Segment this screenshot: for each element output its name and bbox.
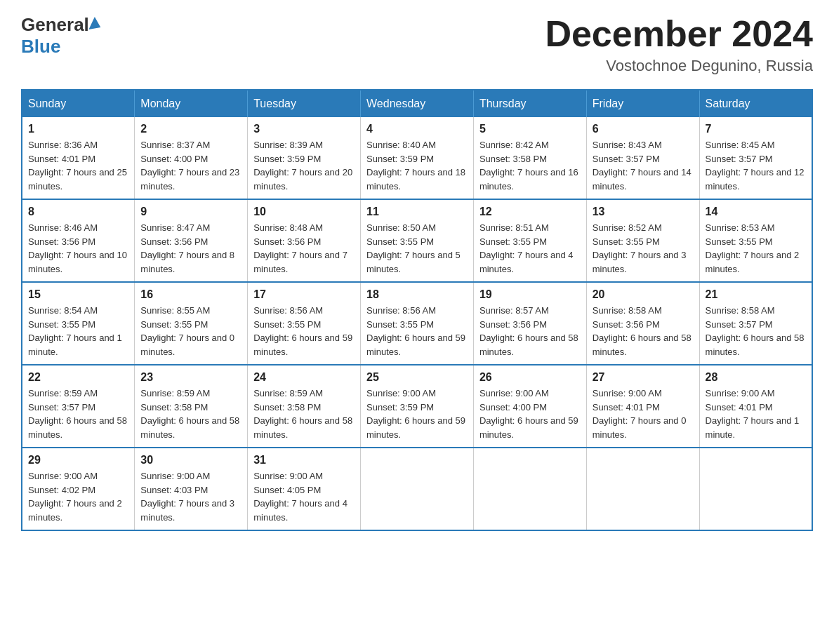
calendar-week-row: 15Sunrise: 8:54 AMSunset: 3:55 PMDayligh… [22,282,812,365]
calendar-cell: 1Sunrise: 8:36 AMSunset: 4:01 PMDaylight… [22,117,135,199]
calendar-cell: 29Sunrise: 9:00 AMSunset: 4:02 PMDayligh… [22,448,135,530]
calendar-cell: 31Sunrise: 9:00 AMSunset: 4:05 PMDayligh… [248,448,361,530]
day-number: 29 [28,454,128,467]
day-info: Sunrise: 8:47 AMSunset: 3:56 PMDaylight:… [140,221,241,276]
calendar-header-sunday: Sunday [22,90,135,117]
day-info: Sunrise: 9:00 AMSunset: 4:01 PMDaylight:… [593,387,694,441]
calendar-cell: 14Sunrise: 8:53 AMSunset: 3:55 PMDayligh… [699,199,812,282]
calendar-cell [361,448,474,530]
day-number: 3 [253,123,355,135]
day-number: 13 [593,206,694,218]
calendar-cell: 28Sunrise: 9:00 AMSunset: 4:01 PMDayligh… [699,365,812,448]
day-info: Sunrise: 9:00 AMSunset: 4:05 PMDaylight:… [253,469,355,524]
day-info: Sunrise: 8:46 AMSunset: 3:56 PMDaylight:… [28,221,128,276]
day-info: Sunrise: 8:42 AMSunset: 3:58 PMDaylight:… [479,138,581,193]
day-info: Sunrise: 8:39 AMSunset: 3:59 PMDaylight:… [253,138,355,193]
page-header: General Blue December 2024 Vostochnoe De… [21,14,813,75]
calendar-header-friday: Friday [586,90,699,117]
day-number: 24 [253,371,355,384]
day-info: Sunrise: 8:37 AMSunset: 4:00 PMDaylight:… [140,138,241,193]
logo-general: General [21,14,101,36]
day-number: 20 [593,288,694,301]
calendar-cell: 12Sunrise: 8:51 AMSunset: 3:55 PMDayligh… [473,199,586,282]
day-info: Sunrise: 8:51 AMSunset: 3:55 PMDaylight:… [479,221,581,276]
calendar-cell: 18Sunrise: 8:56 AMSunset: 3:55 PMDayligh… [361,282,474,365]
calendar-cell: 25Sunrise: 9:00 AMSunset: 3:59 PMDayligh… [361,365,474,448]
calendar-cell: 16Sunrise: 8:55 AMSunset: 3:55 PMDayligh… [135,282,248,365]
day-info: Sunrise: 9:00 AMSunset: 4:03 PMDaylight:… [140,469,241,524]
calendar-cell: 19Sunrise: 8:57 AMSunset: 3:56 PMDayligh… [473,282,586,365]
day-number: 21 [706,288,806,301]
day-info: Sunrise: 8:54 AMSunset: 3:55 PMDaylight:… [28,304,128,358]
calendar-header-wednesday: Wednesday [361,90,474,117]
calendar-header-tuesday: Tuesday [248,90,361,117]
day-number: 10 [253,206,355,218]
calendar-cell: 7Sunrise: 8:45 AMSunset: 3:57 PMDaylight… [699,117,812,199]
day-info: Sunrise: 8:56 AMSunset: 3:55 PMDaylight:… [366,304,468,358]
day-number: 4 [366,123,468,135]
calendar-cell: 8Sunrise: 8:46 AMSunset: 3:56 PMDaylight… [22,199,135,282]
day-number: 17 [253,288,355,301]
day-number: 19 [479,288,581,301]
title-section: December 2024 Vostochnoe Degunino, Russi… [545,14,813,75]
calendar-cell: 24Sunrise: 8:59 AMSunset: 3:58 PMDayligh… [248,365,361,448]
day-info: Sunrise: 8:52 AMSunset: 3:55 PMDaylight:… [593,221,694,276]
day-info: Sunrise: 9:00 AMSunset: 4:01 PMDaylight:… [706,387,806,441]
day-number: 12 [479,206,581,218]
day-info: Sunrise: 8:53 AMSunset: 3:55 PMDaylight:… [706,221,806,276]
day-info: Sunrise: 8:59 AMSunset: 3:58 PMDaylight:… [140,387,241,441]
day-number: 16 [140,288,241,301]
calendar-header-monday: Monday [135,90,248,117]
calendar-header-row: SundayMondayTuesdayWednesdayThursdayFrid… [22,90,812,117]
calendar-cell: 15Sunrise: 8:54 AMSunset: 3:55 PMDayligh… [22,282,135,365]
day-number: 2 [140,123,241,135]
calendar-cell: 30Sunrise: 9:00 AMSunset: 4:03 PMDayligh… [135,448,248,530]
day-number: 11 [366,206,468,218]
calendar-cell: 22Sunrise: 8:59 AMSunset: 3:57 PMDayligh… [22,365,135,448]
month-title: December 2024 [545,14,813,54]
calendar-cell: 3Sunrise: 8:39 AMSunset: 3:59 PMDaylight… [248,117,361,199]
calendar-cell: 13Sunrise: 8:52 AMSunset: 3:55 PMDayligh… [586,199,699,282]
day-info: Sunrise: 9:00 AMSunset: 4:02 PMDaylight:… [28,469,128,524]
calendar-week-row: 8Sunrise: 8:46 AMSunset: 3:56 PMDaylight… [22,199,812,282]
day-info: Sunrise: 8:36 AMSunset: 4:01 PMDaylight:… [28,138,128,193]
logo-arrow-icon [88,16,103,33]
day-number: 30 [140,454,241,467]
day-number: 6 [593,123,694,135]
day-info: Sunrise: 8:48 AMSunset: 3:56 PMDaylight:… [253,221,355,276]
day-number: 1 [28,123,128,135]
day-info: Sunrise: 8:55 AMSunset: 3:55 PMDaylight:… [140,304,241,358]
calendar-cell: 4Sunrise: 8:40 AMSunset: 3:59 PMDaylight… [361,117,474,199]
day-info: Sunrise: 8:50 AMSunset: 3:55 PMDaylight:… [366,221,468,276]
day-info: Sunrise: 8:58 AMSunset: 3:57 PMDaylight:… [706,304,806,358]
calendar-cell: 6Sunrise: 8:43 AMSunset: 3:57 PMDaylight… [586,117,699,199]
calendar-cell: 23Sunrise: 8:59 AMSunset: 3:58 PMDayligh… [135,365,248,448]
calendar-cell: 10Sunrise: 8:48 AMSunset: 3:56 PMDayligh… [248,199,361,282]
logo-blue: Blue [21,36,101,58]
day-info: Sunrise: 8:57 AMSunset: 3:56 PMDaylight:… [479,304,581,358]
calendar-cell: 26Sunrise: 9:00 AMSunset: 4:00 PMDayligh… [473,365,586,448]
day-number: 14 [706,206,806,218]
day-number: 15 [28,288,128,301]
location: Vostochnoe Degunino, Russia [545,57,813,75]
calendar-cell: 5Sunrise: 8:42 AMSunset: 3:58 PMDaylight… [473,117,586,199]
calendar-header-saturday: Saturday [699,90,812,117]
day-info: Sunrise: 9:00 AMSunset: 4:00 PMDaylight:… [479,387,581,441]
logo: General Blue [21,14,101,58]
day-info: Sunrise: 8:59 AMSunset: 3:57 PMDaylight:… [28,387,128,441]
calendar-cell: 9Sunrise: 8:47 AMSunset: 3:56 PMDaylight… [135,199,248,282]
day-number: 25 [366,371,468,384]
day-number: 7 [706,123,806,135]
calendar-cell: 20Sunrise: 8:58 AMSunset: 3:56 PMDayligh… [586,282,699,365]
day-info: Sunrise: 8:40 AMSunset: 3:59 PMDaylight:… [366,138,468,193]
calendar-cell [699,448,812,530]
day-info: Sunrise: 9:00 AMSunset: 3:59 PMDaylight:… [366,387,468,441]
calendar-cell: 11Sunrise: 8:50 AMSunset: 3:55 PMDayligh… [361,199,474,282]
calendar-header-thursday: Thursday [473,90,586,117]
day-info: Sunrise: 8:56 AMSunset: 3:55 PMDaylight:… [253,304,355,358]
day-number: 27 [593,371,694,384]
calendar-cell: 2Sunrise: 8:37 AMSunset: 4:00 PMDaylight… [135,117,248,199]
calendar-week-row: 29Sunrise: 9:00 AMSunset: 4:02 PMDayligh… [22,448,812,530]
day-number: 9 [140,206,241,218]
calendar-cell: 17Sunrise: 8:56 AMSunset: 3:55 PMDayligh… [248,282,361,365]
